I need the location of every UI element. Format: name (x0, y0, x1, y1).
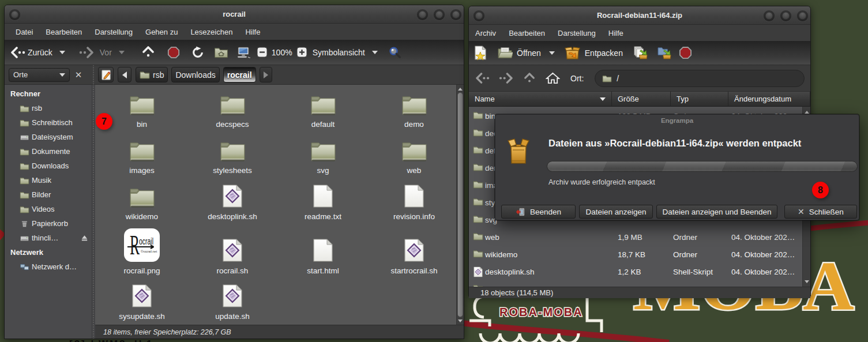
file-item[interactable]: web (371, 140, 456, 175)
dialog-button[interactable]: Beenden (501, 205, 576, 219)
file-item[interactable]: rocrail.sh (189, 238, 276, 275)
open-button-label[interactable]: Öffnen (517, 48, 541, 58)
engrampa-window-menu-button[interactable] (474, 10, 484, 21)
sidebar-item[interactable]: Musik (5, 173, 91, 187)
sidebar-item[interactable]: Downloads (5, 159, 91, 173)
archive-row[interactable]: web 1,9 MB Ordner 04. Oktober 202… (469, 228, 802, 246)
caja-minimize-button[interactable] (417, 9, 428, 20)
caja-close-button[interactable] (450, 9, 461, 20)
breadcrumb-item[interactable]: rsb (136, 67, 168, 82)
sidebar-item[interactable]: Dokumente (5, 144, 91, 159)
up-icon[interactable] (142, 46, 155, 59)
sidebar-item[interactable]: Schreibtisch (5, 115, 91, 130)
file-item[interactable]: default (280, 93, 366, 129)
sidebar-item[interactable]: Rechner (5, 87, 91, 101)
caja-vertical-scrollbar[interactable] (456, 85, 464, 325)
sidebar-item[interactable]: Netzwerk (5, 245, 91, 260)
caja-menu-item[interactable]: Darstellung (95, 28, 133, 36)
extract-icon[interactable] (565, 46, 580, 60)
file-item[interactable]: start.html (280, 238, 366, 275)
engrampa-titlebar[interactable]: Rocrail-debian11-i64.zip (469, 6, 810, 25)
sidebar-item[interactable]: Netzwerk d… (5, 260, 91, 274)
column-header-size[interactable]: Größe (612, 92, 671, 107)
sidebar-item[interactable]: thincli… (5, 231, 91, 245)
archive-row[interactable] (469, 280, 802, 287)
file-item[interactable]: wikidemo (99, 186, 185, 221)
breadcrumb-item[interactable]: Downloads (171, 67, 219, 82)
side-pane-selector[interactable]: Orte (9, 68, 70, 82)
stop-icon[interactable] (167, 46, 180, 59)
sidebar-item[interactable]: rsb (5, 101, 91, 115)
engrampa-maximize-button[interactable] (780, 10, 791, 21)
file-item[interactable]: sysupdate.sh (99, 284, 185, 321)
dialog-button[interactable]: Dateien anzeigen und Beenden (656, 205, 777, 219)
home-icon[interactable] (546, 72, 560, 85)
scrollbar-thumb[interactable] (457, 92, 463, 317)
view-mode-label[interactable]: Symbolansicht (313, 48, 365, 57)
reload-icon[interactable] (191, 46, 204, 59)
caja-maximize-button[interactable] (434, 9, 445, 20)
view-mode-dropdown-icon[interactable] (372, 51, 378, 54)
engrampa-menu-item[interactable]: Hilfe (608, 29, 623, 37)
file-item[interactable]: startrocrail.sh (371, 238, 456, 275)
computer-icon[interactable] (236, 46, 251, 59)
engrampa-menu-item[interactable]: Bearbeiten (509, 29, 545, 37)
dialog-button[interactable]: ✕ Schließen (784, 205, 857, 219)
file-item[interactable]: decspecs (189, 93, 276, 129)
column-header-date[interactable]: Änderungsdatum (728, 92, 810, 107)
home-icon[interactable] (214, 46, 228, 58)
back-dropdown-icon[interactable] (59, 51, 65, 54)
sidebar-separator[interactable] (91, 85, 95, 339)
new-archive-icon[interactable] (473, 45, 487, 61)
column-header-type[interactable]: Typ (671, 92, 728, 107)
side-pane-close-icon[interactable]: ✕ (72, 68, 85, 82)
file-item[interactable]: readme.txt (280, 184, 366, 221)
archive-row[interactable]: desktoplink.sh 1,2 KB Shell-Skript 04. O… (469, 263, 802, 280)
breadcrumb-scroll-right-button[interactable] (260, 67, 272, 82)
zoom-in-icon[interactable] (296, 47, 307, 58)
file-item[interactable]: revision.info (371, 184, 456, 221)
sidebar-item[interactable]: Papierkorb (5, 216, 91, 231)
file-item[interactable]: desktoplink.sh (189, 184, 276, 221)
engrampa-menu-item[interactable]: Darstellung (558, 29, 596, 37)
pane-separator[interactable] (91, 65, 95, 84)
eject-icon[interactable] (81, 234, 88, 244)
location-edit-button[interactable] (98, 67, 114, 82)
back-icon[interactable] (10, 47, 25, 58)
scrollbar-down-icon[interactable] (457, 317, 464, 324)
caja-window-menu-button[interactable] (9, 9, 20, 20)
engrampa-minimize-button[interactable] (764, 10, 775, 21)
engrampa-close-button[interactable] (797, 10, 808, 21)
scrollbar-down-icon[interactable] (803, 278, 810, 285)
open-dropdown-icon[interactable] (549, 51, 555, 55)
file-item[interactable]: stylesheets (189, 140, 276, 175)
add-files-icon[interactable] (633, 46, 649, 60)
breadcrumb-scroll-left-button[interactable] (118, 67, 131, 82)
file-item[interactable]: svg (280, 140, 366, 175)
back-button-label[interactable]: Zurück (28, 48, 52, 57)
location-input[interactable]: / (595, 70, 805, 87)
add-folder-icon[interactable] (657, 46, 672, 60)
file-item[interactable]: R ocrail ©rocrail.net rocrail.png (99, 228, 185, 275)
extract-button-label[interactable]: Entpacken (585, 48, 623, 58)
breadcrumb-item[interactable]: rocrail (223, 67, 256, 82)
sidebar-item[interactable]: Dateisystem (5, 130, 91, 144)
file-item[interactable]: update.sh (189, 284, 276, 321)
file-item[interactable]: demo (371, 93, 456, 129)
file-item[interactable]: images (99, 140, 185, 175)
caja-menu-item[interactable]: Gehen zu (145, 28, 178, 36)
zoom-out-icon[interactable] (257, 47, 268, 58)
sidebar-item[interactable]: Videos (5, 202, 91, 216)
scrollbar-up-icon[interactable] (457, 85, 464, 92)
column-header-name[interactable]: Name (469, 92, 612, 107)
caja-titlebar[interactable]: rocrail (5, 5, 464, 24)
open-archive-icon[interactable] (497, 46, 513, 59)
caja-menu-item[interactable]: Lesezeichen (190, 28, 232, 36)
search-icon[interactable] (388, 46, 401, 59)
sidebar-item[interactable]: Bilder (5, 187, 91, 202)
engrampa-menu-item[interactable]: Archiv (475, 29, 496, 37)
caja-menu-item[interactable]: Hilfe (245, 28, 260, 36)
caja-menu-item[interactable]: Datei (16, 28, 33, 36)
dialog-button[interactable]: Dateien anzeigen (579, 205, 653, 219)
archive-row[interactable]: wikidemo 18,7 KB Ordner 04. Oktober 202… (469, 246, 802, 263)
